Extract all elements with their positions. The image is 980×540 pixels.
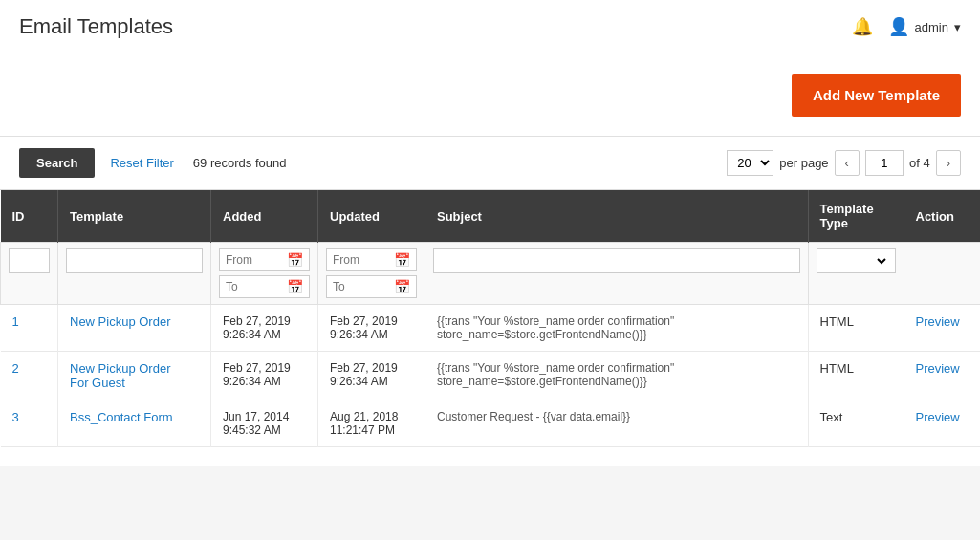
row-action[interactable]: Preview (904, 400, 980, 447)
row-action[interactable]: Preview (904, 352, 980, 400)
per-page-select: 20 30 50 per page (727, 150, 828, 176)
filter-id-input[interactable] (9, 248, 50, 273)
row-updated-date: Aug 21, 201811:21:47 PM (318, 400, 425, 447)
add-new-template-button[interactable]: Add New Template (792, 74, 961, 117)
toolbar: Add New Template (0, 54, 980, 137)
of-pages-label: of 4 (909, 156, 930, 170)
filter-type-cell: HTML Text (808, 243, 904, 305)
filter-added-to-input[interactable] (226, 280, 283, 293)
table-row: 2New Pickup OrderFor GuestFeb 27, 20199:… (1, 352, 981, 400)
row-updated-date: Feb 27, 20199:26:34 AM (318, 305, 425, 352)
col-header-template: Template (58, 190, 211, 243)
col-header-action: Action (904, 190, 980, 243)
preview-link[interactable]: Preview (916, 361, 960, 376)
calendar-updated-from-icon[interactable]: 📅 (394, 252, 410, 268)
row-template-name[interactable]: New Pickup OrderFor Guest (58, 352, 211, 400)
calendar-added-from-icon[interactable]: 📅 (287, 252, 303, 268)
row-action[interactable]: Preview (904, 305, 980, 352)
username-label: admin (915, 20, 948, 34)
row-id: 1 (1, 305, 58, 352)
table-header-row: ID Template Added Updated Subject Templa… (1, 190, 981, 243)
col-header-added: Added (211, 190, 318, 243)
main-content: ID Template Added Updated Subject Templa… (0, 190, 980, 466)
prev-page-button[interactable]: ‹ (835, 150, 860, 176)
row-added-date: Feb 27, 20199:26:34 AM (211, 352, 318, 400)
email-templates-table: ID Template Added Updated Subject Templa… (0, 190, 980, 447)
filter-template-cell (58, 243, 211, 305)
row-subject: {{trans "Your %store_name order confirma… (425, 352, 809, 400)
user-menu[interactable]: 👤 admin ▾ (888, 16, 961, 37)
filter-updated-from-input[interactable] (333, 253, 390, 267)
filter-subject-input[interactable] (433, 248, 800, 273)
page-number-input[interactable] (865, 150, 904, 176)
page-title: Email Templates (19, 14, 173, 39)
next-page-button[interactable]: › (936, 150, 961, 176)
records-count: 69 (193, 156, 207, 170)
row-template-type: Text (808, 400, 904, 447)
table-row: 1New Pickup OrderFeb 27, 20199:26:34 AMF… (1, 305, 981, 352)
calendar-added-to-icon[interactable]: 📅 (287, 279, 303, 294)
template-name-link[interactable]: New Pickup Order (70, 314, 170, 329)
filter-id-cell (1, 243, 58, 305)
col-header-updated: Updated (318, 190, 425, 243)
user-icon: 👤 (888, 16, 909, 37)
filter-template-input[interactable] (66, 248, 203, 273)
row-subject: {{trans "Your %store_name order confirma… (425, 305, 809, 352)
header: Email Templates 🔔 👤 admin ▾ (0, 0, 980, 54)
filter-row: 📅 📅 📅 (1, 243, 981, 305)
search-button[interactable]: Search (19, 148, 95, 178)
row-added-date: Feb 27, 20199:26:34 AM (211, 305, 318, 352)
row-added-date: Jun 17, 20149:45:32 AM (211, 400, 318, 447)
user-dropdown-arrow: ▾ (954, 20, 961, 34)
row-template-name[interactable]: Bss_Contact Form (58, 400, 211, 447)
per-page-dropdown[interactable]: 20 30 50 (727, 150, 773, 176)
filter-updated-to-row: 📅 (326, 275, 417, 298)
row-template-type: HTML (808, 352, 904, 400)
row-template-name[interactable]: New Pickup Order (58, 305, 211, 352)
filter-updated-to-input[interactable] (333, 280, 390, 293)
header-right: 🔔 👤 admin ▾ (852, 16, 961, 37)
records-label: records found (210, 156, 287, 170)
table-row: 3Bss_Contact FormJun 17, 20149:45:32 AMA… (1, 400, 981, 447)
search-bar: Search Reset Filter 69 records found 20 … (0, 137, 980, 190)
calendar-updated-to-icon[interactable]: 📅 (394, 279, 410, 294)
preview-link[interactable]: Preview (916, 410, 960, 424)
row-updated-date: Feb 27, 20199:26:34 AM (318, 352, 425, 400)
row-id: 3 (1, 400, 58, 447)
row-subject: Customer Request - {{var data.email}} (425, 400, 809, 447)
filter-type-select[interactable]: HTML Text (823, 253, 889, 269)
template-name-link[interactable]: New Pickup OrderFor Guest (70, 361, 170, 390)
records-info: 69 records found (193, 156, 287, 170)
col-header-subject: Subject (425, 190, 809, 243)
row-id: 2 (1, 352, 58, 400)
filter-added-to-row: 📅 (219, 275, 310, 298)
template-name-link[interactable]: Bss_Contact Form (70, 410, 173, 424)
preview-link[interactable]: Preview (916, 314, 960, 329)
reset-filter-link[interactable]: Reset Filter (110, 156, 173, 170)
filter-added-cell: 📅 📅 (211, 243, 318, 305)
col-header-template-type: TemplateType (808, 190, 904, 243)
row-template-type: HTML (808, 305, 904, 352)
filter-action-cell (904, 243, 980, 305)
bell-icon[interactable]: 🔔 (852, 16, 873, 37)
filter-updated-cell: 📅 📅 (318, 243, 425, 305)
filter-added-from-row: 📅 (219, 248, 310, 271)
filter-updated-from-row: 📅 (326, 248, 417, 271)
per-page-label: per page (779, 156, 828, 170)
filter-subject-cell (425, 243, 809, 305)
pagination-controls: 20 30 50 per page ‹ of 4 › (727, 150, 961, 176)
col-header-id: ID (1, 190, 58, 243)
filter-added-from-input[interactable] (226, 253, 283, 267)
